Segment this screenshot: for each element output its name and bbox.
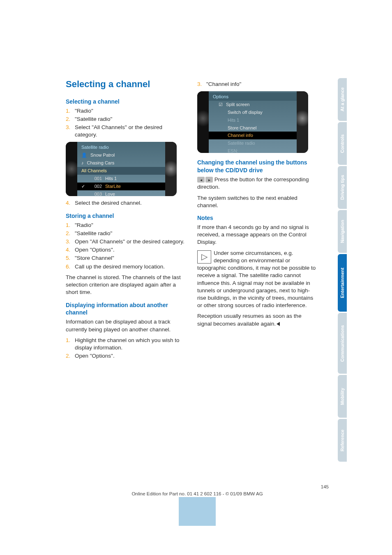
artist-icon: 👤 (81, 152, 87, 158)
check-icon: ☑ (219, 102, 223, 108)
steps-selecting-cont: 4.Select the desired channel. (66, 199, 185, 207)
content-columns: Selecting a channel Selecting a channel … (66, 78, 329, 363)
tab-driving-tips[interactable]: Driving tips (338, 166, 347, 209)
step-number: 3. (66, 124, 75, 139)
steps-storing: 1."Radio"2."Satellite radio"3.Open "All … (66, 222, 185, 271)
list-item: 1."Radio" (66, 107, 185, 115)
screenshot-satellite-radio: Satellite radio 👤 Snow Patrol ♪ Chasing … (66, 142, 177, 196)
section-tabs: At a glanceControlsDriving tipsNavigatio… (338, 78, 347, 491)
step-number: 4. (66, 246, 75, 254)
next-track-icon: ▸ (205, 177, 213, 183)
main-heading: Selecting a channel (66, 78, 185, 90)
step-number: 5. (66, 254, 75, 262)
step-number: 1. (66, 337, 75, 352)
sub-heading-display-info: Displaying information about another cha… (66, 301, 185, 317)
list-item: 3.Select "All Channels" or the desired c… (66, 124, 185, 139)
list-item: 2."Satellite radio" (66, 116, 185, 123)
channel-row: ✓003Love (77, 190, 165, 197)
step-text: Open "Options". (75, 246, 115, 254)
channel-number: 003 (90, 191, 102, 197)
paragraph: ◂ ▸ Press the button for the correspondi… (197, 176, 316, 191)
sub-heading-storing: Storing a channel (66, 212, 185, 220)
list-item: 4.Select the desired channel. (66, 199, 185, 207)
list-item: 4.Open "Options". (66, 246, 185, 254)
section-row: All Channels (77, 167, 165, 175)
left-column: Selecting a channel Selecting a channel … (66, 78, 185, 363)
list-item: 3.Open "All Channels" or the desired cat… (66, 238, 185, 245)
channel-number: 002 (90, 183, 102, 190)
caution-icon: ▷ (197, 250, 211, 264)
step-text: Select "All Channels" or the desired cat… (75, 124, 185, 139)
screen-inner: Options ☑Split screenSwitch off displayH… (209, 91, 297, 153)
step-number: 2. (66, 230, 75, 237)
idrive-knob-left-icon (66, 142, 77, 196)
step-text: "Satellite radio" (75, 230, 112, 237)
sub-heading-selecting: Selecting a channel (66, 98, 185, 106)
tab-at-a-glance[interactable]: At a glance (338, 78, 347, 121)
end-mark-icon (277, 322, 280, 326)
step-number: 3. (66, 238, 75, 245)
idrive-knob-right-icon (297, 91, 308, 153)
check-icon: ✓ (81, 183, 86, 190)
channel-row: ✓002StarLite (77, 183, 165, 190)
step-number: 1. (66, 107, 75, 115)
channel-number: 001 (90, 176, 102, 182)
steps-display-info-cont: 3."Channel info" (197, 81, 316, 88)
footer-line: Online Edition for Part no. 01 41 2 602 … (66, 491, 329, 497)
step-text: Open "Options". (75, 352, 115, 360)
option-row: Hits 1 (209, 116, 297, 124)
paragraph: Information can be displayed about a tra… (66, 318, 185, 333)
tab-entertainment[interactable]: Entertainment (338, 254, 347, 312)
list-item: 5."Store Channel" (66, 254, 185, 262)
option-text: Satellite radio (228, 140, 255, 146)
list-item: 3."Channel info" (197, 81, 316, 88)
tab-navigation[interactable]: Navigation (338, 210, 347, 253)
step-text: "Radio" (75, 107, 93, 115)
option-text: Split screen (226, 102, 249, 108)
nowplaying-row: ♪ Chasing Cars (77, 159, 165, 167)
option-row: ☑Split screen (209, 101, 297, 109)
caution-paragraph: ▷ Under some circumstances, e.g. dependi… (197, 250, 316, 310)
option-text: ESN: (228, 148, 238, 153)
screen-title: Satellite radio (77, 143, 165, 151)
tab-communications[interactable]: Communications (338, 313, 347, 374)
option-row: Switch off display (209, 109, 297, 116)
option-row: Satellite radio (209, 139, 297, 147)
paragraph: The channel is stored. The channels of t… (66, 274, 185, 296)
paragraph: If more than 4 seconds go by and no sign… (197, 224, 316, 246)
channel-name: StarLite (105, 183, 121, 190)
step-number: 3. (197, 81, 206, 88)
step-number: 1. (66, 222, 75, 229)
paragraph: The system switches to the next enabled … (197, 194, 316, 209)
step-text: "Store Channel" (75, 254, 114, 262)
list-item: 2."Satellite radio" (66, 230, 185, 237)
screen-title: Options (209, 93, 297, 101)
option-row: Store Channel (209, 124, 297, 132)
list-item: 1.Highlight the channel on which you wis… (66, 337, 185, 352)
channel-row: ✓001Hits 1 (77, 175, 165, 183)
sub-heading-notes: Notes (197, 214, 316, 222)
option-text: Hits 1 (228, 117, 239, 123)
list-item: 6.Call up the desired memory location. (66, 263, 185, 271)
option-text: Store Channel (228, 125, 256, 131)
channel-name: Hits 1 (105, 176, 117, 182)
tab-controls[interactable]: Controls (338, 122, 347, 165)
tab-mobility[interactable]: Mobility (338, 375, 347, 418)
option-row: Channel info (209, 132, 297, 139)
step-number: 6. (66, 263, 75, 271)
step-text: Highlight the channel on which you wish … (75, 337, 185, 352)
steps-display-info: 1.Highlight the channel on which you wis… (66, 337, 185, 360)
list-item: 1."Radio" (66, 222, 185, 229)
screen-inner: Satellite radio 👤 Snow Patrol ♪ Chasing … (77, 142, 165, 196)
idrive-knob-right-icon (165, 142, 177, 196)
tab-reference[interactable]: Reference (338, 419, 347, 462)
idrive-knob-left-icon (197, 91, 209, 153)
channel-name: Love (105, 191, 115, 197)
page-footer: 145 Online Edition for Part no. 01 41 2 … (66, 484, 329, 497)
list-item: 2.Open "Options". (66, 352, 185, 360)
screenshot-options: Options ☑Split screenSwitch off displayH… (197, 91, 308, 153)
page-number: 145 (66, 484, 329, 490)
track-icon: ♪ (81, 160, 84, 166)
step-number: 2. (66, 116, 75, 123)
option-text: Switch off display (228, 109, 263, 116)
